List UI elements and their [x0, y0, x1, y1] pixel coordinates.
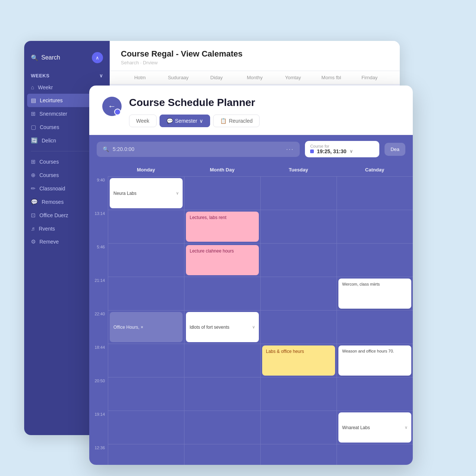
- sidebar-search-left: 🔍 Search: [31, 54, 60, 61]
- time-label-5: 18:44: [89, 344, 108, 377]
- search-icon: 🔍: [31, 54, 38, 61]
- sidebar-search-label[interactable]: Search: [41, 54, 60, 61]
- box-icon: ▢: [31, 124, 36, 131]
- cell-tue-7: [260, 411, 337, 444]
- office-hours-label: Office Hours, ×: [113, 325, 143, 330]
- sidebar-item-label: Courses: [39, 172, 59, 178]
- sidebar-item-label: Snenmcster: [39, 111, 67, 117]
- cal-day-headers: Monday Month Day Tuesday Catnday: [89, 163, 413, 176]
- cell-monthday-5: [184, 344, 260, 377]
- edit-icon: ✏: [31, 185, 36, 192]
- day-header-5: Moms fbl: [312, 75, 350, 80]
- semester-chevron-icon: ∨: [199, 118, 203, 124]
- day-header-1: Suduraay: [159, 75, 197, 80]
- refresh-icon: 🔄: [31, 137, 38, 144]
- section-chevron: ∨: [99, 73, 103, 78]
- bg-app-title: Course Regal - View Calemates: [121, 49, 389, 59]
- nav-arrow-icon: ∧: [96, 55, 99, 61]
- neura-labs-chevron: ∨: [176, 191, 179, 196]
- grid-icon: ⊞: [31, 110, 36, 117]
- sidebar-item-label: Office Duerz: [39, 212, 68, 218]
- time-label-7: 19:14: [89, 411, 108, 444]
- ldlets-card[interactable]: ldlots of fort sevents ∨: [186, 312, 259, 342]
- office-hours-card[interactable]: Office Hours, ×: [110, 312, 183, 342]
- time-label-0: 9:40: [89, 176, 108, 210]
- time-label-1: 13:14: [89, 210, 108, 243]
- list-icon: ▤: [31, 97, 36, 104]
- lecture-clahnee-card[interactable]: Lecture clahnee hours: [186, 245, 259, 275]
- cell-cat-6: [337, 377, 413, 411]
- office-icon: ⊡: [31, 212, 36, 219]
- cell-cat-0: [337, 176, 413, 210]
- cell-mon-1: [108, 210, 184, 243]
- time-label-3: 21:14: [89, 277, 108, 310]
- bg-day-headers: Hotm Suduraay Diday Monthy Yomtay Moms f…: [110, 71, 400, 84]
- cell-cat-8: A: [337, 444, 413, 465]
- music-icon: ♬: [31, 225, 35, 232]
- sidebar-item-label: Delicn: [42, 138, 56, 144]
- cell-cat-7: Wnareat Labs ∨: [337, 411, 413, 444]
- tab-semester-label: Semester: [175, 118, 197, 124]
- course-value-text: 19:25, 31:30: [317, 148, 346, 154]
- day-header-monthday: Month Day: [184, 163, 260, 176]
- plus-icon: ⊕: [31, 172, 36, 178]
- tab-week[interactable]: Week: [129, 115, 157, 127]
- day-header-3: Monthy: [236, 75, 274, 80]
- cell-monthday-3: [184, 277, 260, 310]
- lecture-clahnee-label: Lecture clahnee hours: [190, 248, 234, 254]
- cell-tue-3: [260, 277, 337, 310]
- labs-office-card[interactable]: Labs & office heurs: [262, 345, 335, 376]
- weason-office-card[interactable]: Weason and office hours 70.: [338, 345, 411, 376]
- cal-search-value: 5:20.0:00: [113, 146, 134, 152]
- weason-office-label: Weason and office hours 70.: [342, 349, 394, 353]
- home-icon: ⌂: [31, 84, 34, 90]
- course-color-dot: [310, 149, 314, 153]
- neura-labs-card[interactable]: Neura Labs ∨: [110, 178, 183, 208]
- sidebar-item-label: Lecirtures: [40, 97, 62, 103]
- course-value-row: 19:25, 31:30 ∨: [310, 148, 374, 154]
- cal-extra-button[interactable]: Dea: [385, 143, 405, 156]
- calendar-grid: 9:40 Neura Labs ∨ 13:14 Lectures, labs r…: [89, 176, 413, 465]
- cell-monthday-6: [184, 377, 260, 411]
- day-header-4: Yomtay: [274, 75, 312, 80]
- lectures-labs-rent-card[interactable]: Lectures, labs rent: [186, 212, 259, 242]
- cell-tue-4: [260, 310, 337, 344]
- sidebar-item-label: Rvents: [39, 226, 55, 232]
- sidebar-nav-button[interactable]: ∧: [92, 52, 103, 63]
- back-icon: ←: [108, 102, 116, 111]
- tab-reuracled[interactable]: 📋 Reuracled: [213, 115, 260, 127]
- calendar-search[interactable]: 🔍 5:20.0:00 ···: [97, 142, 300, 157]
- course-dropdown[interactable]: Course for 19:25, 31:30 ∨: [305, 141, 379, 157]
- cell-mon-6: [108, 377, 184, 411]
- modal-header: ← Course Schedule Planner Week 💬 Semeste…: [89, 86, 413, 135]
- sidebar-search-area: 🔍 Search ∧: [24, 48, 110, 71]
- cell-cat-1: [337, 210, 413, 243]
- bg-app-subtitle: Seharch · Drview: [121, 60, 389, 65]
- labs-office-label: Labs & office heurs: [266, 349, 304, 354]
- sidebar-item-label: Remeve: [39, 239, 59, 245]
- courses-icon: ⊞: [31, 158, 36, 165]
- semester-tab-icon: 💬: [167, 118, 173, 124]
- cell-mon-5: [108, 344, 184, 377]
- cell-cat-5: Weason and office hours 70.: [337, 344, 413, 377]
- day-header-tuesday: Tuesday: [260, 163, 337, 176]
- cal-search-dots: ···: [286, 145, 294, 153]
- sidebar-section-header: Weeks ∨: [24, 71, 110, 81]
- cell-cat-3: Wercom, class miirts: [337, 277, 413, 310]
- cell-mon-8: [108, 444, 184, 465]
- cell-cat-4: [337, 310, 413, 344]
- wnareat-labs-card[interactable]: Wnareat Labs ∨: [338, 412, 411, 443]
- day-header-monday: Monday: [108, 163, 184, 176]
- wercom-class-label: Wercom, class miirts: [342, 282, 380, 286]
- back-button[interactable]: ←: [102, 97, 122, 116]
- time-label-4: 22:40: [89, 310, 108, 344]
- bg-header: Course Regal - View Calemates Seharch · …: [110, 41, 400, 71]
- cell-tue-0: [260, 176, 337, 210]
- cell-mon-0: Neura Labs ∨: [108, 176, 184, 210]
- tab-semester[interactable]: 💬 Semester ∨: [160, 115, 210, 127]
- wercom-class-card[interactable]: Wercom, class miirts: [338, 279, 411, 309]
- ldlets-label: ldlots of fort sevents: [190, 325, 229, 330]
- cell-tue-2: [260, 243, 337, 277]
- cell-mon-4: Office Hours, ×: [108, 310, 184, 344]
- section-label: Weeks: [31, 73, 49, 78]
